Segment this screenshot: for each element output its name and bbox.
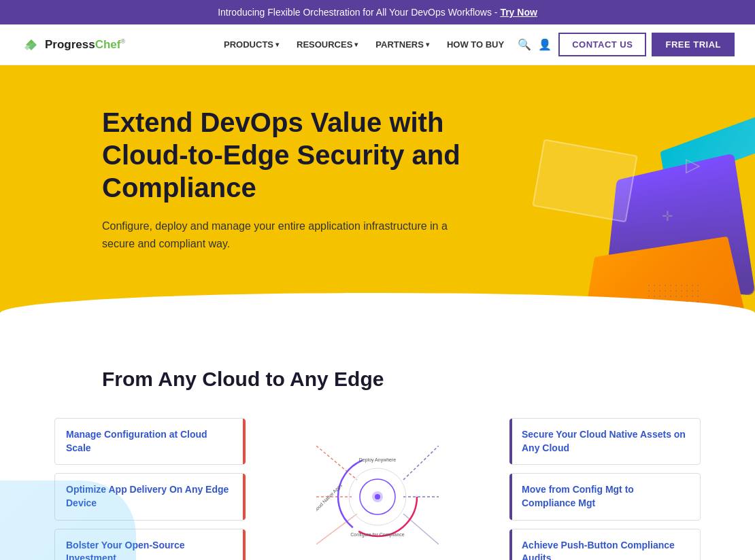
- chevron-down-icon: ▾: [275, 41, 279, 48]
- hero-section: Extend DevOps Value with Cloud-to-Edge S…: [0, 65, 755, 334]
- logo[interactable]: ProgressChef®: [20, 34, 125, 56]
- contact-us-button[interactable]: CONTACT US: [558, 33, 646, 56]
- card-config-mgt-link[interactable]: Move from Config Mgt to Compliance Mgt: [522, 484, 634, 508]
- hero-wave: [0, 293, 755, 334]
- hero-description: Configure, deploy and manage your entire…: [102, 217, 469, 252]
- nav-how-to-buy[interactable]: HOW TO BUY: [440, 35, 511, 54]
- svg-text:Deploy Anywhere: Deploy Anywhere: [359, 457, 397, 463]
- svg-point-14: [375, 494, 380, 500]
- center-diagram: Deploy Anywhere Configure for Compliance…: [245, 422, 510, 560]
- announcement-banner: Introducing Flexible Orchestration for A…: [0, 0, 755, 24]
- nav-partners[interactable]: PARTNERS ▾: [369, 35, 436, 54]
- card-compliance-audits-link[interactable]: Achieve Push-Button Compliance Audits: [522, 540, 675, 560]
- nav-links: PRODUCTS ▾ RESOURCES ▾ PARTNERS ▾ HOW TO…: [217, 35, 511, 54]
- section-title: From Any Cloud to Any Edge: [27, 368, 728, 391]
- banner-link[interactable]: Try Now: [500, 7, 537, 18]
- card-secure-cloud[interactable]: Secure Your Cloud Native Assets on Any C…: [510, 418, 701, 465]
- hero-decoration: [449, 65, 755, 323]
- svg-line-5: [316, 514, 357, 544]
- logo-icon: [20, 34, 42, 56]
- banner-text: Introducing Flexible Orchestration for A…: [218, 7, 500, 18]
- card-compliance-audits[interactable]: Achieve Push-Button Compliance Audits: [510, 529, 701, 560]
- arrow-icon: ▷: [686, 154, 701, 176]
- card-secure-cloud-link[interactable]: Secure Your Cloud Native Assets on Any C…: [522, 429, 686, 453]
- outline-shape: [532, 139, 637, 223]
- logo-text: ProgressChef®: [45, 38, 125, 52]
- content-section: From Any Cloud to Any Edge Manage Config…: [0, 334, 755, 560]
- card-manage-config-link[interactable]: Manage Configuration at Cloud Scale: [66, 429, 207, 453]
- svg-line-6: [403, 446, 439, 480]
- diagram-svg: Deploy Anywhere Configure for Compliance…: [316, 422, 439, 560]
- search-button[interactable]: 🔍: [518, 38, 531, 51]
- svg-line-8: [403, 514, 439, 544]
- navigation: ProgressChef® PRODUCTS ▾ RESOURCES ▾ PAR…: [0, 24, 755, 65]
- chevron-down-icon: ▾: [354, 41, 358, 48]
- nav-icons: 🔍 👤: [518, 38, 552, 51]
- right-cards: Secure Your Cloud Native Assets on Any C…: [510, 418, 701, 560]
- bottom-decoration: [0, 480, 136, 560]
- card-config-mgt[interactable]: Move from Config Mgt to Compliance Mgt: [510, 473, 701, 520]
- svg-text:Configure for Compliance: Configure for Compliance: [350, 532, 404, 538]
- chevron-down-icon: ▾: [426, 41, 429, 48]
- nav-products[interactable]: PRODUCTS ▾: [217, 35, 286, 54]
- svg-line-3: [316, 446, 357, 480]
- free-trial-button[interactable]: FREE TRIAL: [652, 33, 735, 56]
- plus-icon: ✛: [662, 208, 673, 224]
- card-manage-config[interactable]: Manage Configuration at Cloud Scale: [54, 418, 245, 465]
- user-button[interactable]: 👤: [538, 38, 552, 51]
- nav-resources[interactable]: RESOURCES ▾: [290, 35, 365, 54]
